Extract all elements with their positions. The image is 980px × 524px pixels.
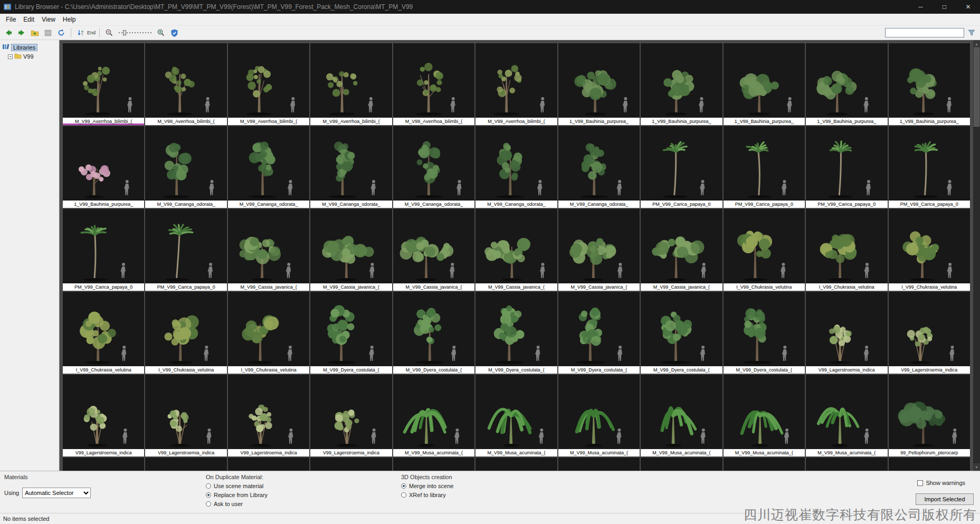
show-warnings-checkbox[interactable] xyxy=(917,480,923,486)
thumbnail-item-partial[interactable] xyxy=(806,458,887,471)
thumbnail-item[interactable]: M_V99_Dyera_costulata_( xyxy=(310,292,392,374)
radio-replace-from-library[interactable]: Replace from Library xyxy=(206,492,268,498)
thumbnail-item[interactable]: M_V99_Averrhoa_bilimbi_( xyxy=(63,43,144,125)
thumbnail-item[interactable]: M_V99_Musa_acuminata_( xyxy=(475,375,557,456)
thumbnail-item[interactable]: V99_Lagerstroemia_indica xyxy=(806,292,887,374)
thumbnail-item[interactable]: M_V99_Cananga_odorata_ xyxy=(393,126,474,208)
sort-button[interactable] xyxy=(75,27,87,39)
thumbnail-item-partial[interactable] xyxy=(558,458,640,471)
tree-expander-icon[interactable]: + xyxy=(8,54,13,59)
thumbnail-item[interactable]: M_V99_Cassia_javanica_( xyxy=(641,209,722,291)
radio-button-icon[interactable] xyxy=(206,483,211,489)
material-selector-dropdown[interactable]: Automatic Selector xyxy=(22,488,91,498)
thumbnail-item[interactable]: M_V99_Dyera_costulata_( xyxy=(641,292,722,374)
vertical-scrollbar[interactable]: ▲ ▼ xyxy=(973,40,980,471)
thumbnail-item[interactable]: M_V99_Musa_acuminata_( xyxy=(558,375,640,456)
thumbnail-item[interactable]: M_V99_Dyera_costulata_( xyxy=(558,292,640,374)
thumbnail-item[interactable]: PM_V99_Carica_papaya_0 xyxy=(889,126,970,208)
slider-thumb[interactable] xyxy=(123,30,126,35)
thumbnail-item-partial[interactable] xyxy=(393,458,474,471)
thumbnail-item[interactable]: I_V99_Chukrasia_velutina xyxy=(806,209,887,291)
thumbnail-item[interactable]: 1_V99_Bauhinia_purpurea_ xyxy=(889,43,970,125)
thumbnail-item[interactable]: PM_V99_Carica_papaya_0 xyxy=(63,209,144,291)
radio-xref-to-library[interactable]: XRef to library xyxy=(401,492,453,498)
show-warnings-option[interactable]: Show warnings xyxy=(917,480,965,486)
radio-merge-into-scene[interactable]: Merge into scene xyxy=(401,483,453,489)
thumbnail-item[interactable]: I_V99_Chukrasia_velutina xyxy=(145,292,226,374)
menu-view[interactable]: View xyxy=(38,15,59,24)
radio-use-scene-material[interactable]: Use scene material xyxy=(206,483,268,489)
library-stack-icon[interactable] xyxy=(42,27,54,39)
thumbnail-item[interactable]: M_V99_Cananga_odorata_ xyxy=(558,126,640,208)
thumbnail-item-partial[interactable] xyxy=(475,458,557,471)
thumbnail-item[interactable]: M_V99_Averrhoa_bilimbi_( xyxy=(228,43,309,125)
thumbnail-item-partial[interactable] xyxy=(228,458,309,471)
thumbnail-item[interactable]: 1_V99_Bauhinia_purpurea_ xyxy=(641,43,722,125)
thumbnail-item[interactable]: M_V99_Dyera_costulata_( xyxy=(393,292,474,374)
thumbnail-item[interactable]: V99_Lagerstroemia_indica xyxy=(63,375,144,456)
thumbnail-size-slider[interactable] xyxy=(119,29,151,36)
menu-file[interactable]: File xyxy=(2,15,20,24)
thumbnail-item[interactable]: M_V99_Dyera_costulata_( xyxy=(475,292,557,374)
thumbnail-item-partial[interactable] xyxy=(310,458,392,471)
thumbnail-item[interactable]: 1_V99_Bauhinia_purpurea_ xyxy=(558,43,640,125)
thumbnail-item[interactable]: M_V99_Cassia_javanica_( xyxy=(228,209,309,291)
scroll-track[interactable] xyxy=(973,47,980,463)
minimize-button[interactable]: ─ xyxy=(909,0,933,14)
thumbnail-item[interactable]: 1_V99_Bauhinia_purpurea_ xyxy=(724,43,805,125)
scroll-up-arrow[interactable]: ▲ xyxy=(973,40,980,47)
thumbnail-item[interactable]: M_V99_Averrhoa_bilimbi_( xyxy=(475,43,557,125)
thumbnail-item[interactable]: V99_Lagerstroemia_indica xyxy=(228,375,309,456)
thumbnail-item[interactable]: M_V99_Dyera_costulata_( xyxy=(724,292,805,374)
search-input[interactable] xyxy=(885,28,964,37)
validate-shield-button[interactable] xyxy=(168,27,180,39)
menu-help[interactable]: Help xyxy=(59,15,80,24)
thumbnail-item[interactable]: V99_Lagerstroemia_indica xyxy=(889,292,970,374)
thumbnail-item[interactable]: M_V99_Cananga_odorata_ xyxy=(228,126,309,208)
back-button[interactable] xyxy=(3,27,14,39)
thumbnail-item[interactable]: M_V99_Averrhoa_bilimbi_( xyxy=(145,43,226,125)
thumbnail-item[interactable]: V99_Lagerstroemia_indica xyxy=(145,375,226,456)
zoom-in-button[interactable] xyxy=(155,27,167,39)
radio-button-icon[interactable] xyxy=(401,483,406,489)
close-button[interactable]: ✕ xyxy=(956,0,980,14)
zoom-out-button[interactable] xyxy=(103,27,115,39)
refresh-button[interactable] xyxy=(55,27,67,39)
thumbnail-item[interactable]: PM_V99_Carica_papaya_0 xyxy=(641,126,722,208)
thumbnail-item[interactable]: M_V99_Averrhoa_bilimbi_( xyxy=(393,43,474,125)
forward-button[interactable] xyxy=(16,27,27,39)
import-selected-button[interactable]: Import Selected xyxy=(916,493,974,505)
thumbnail-item[interactable]: M_V99_Cassia_javanica_( xyxy=(558,209,640,291)
thumbnail-item[interactable]: 99_Peltophorum_pterocarp xyxy=(889,375,970,456)
thumbnail-item[interactable]: M_V99_Musa_acuminata_( xyxy=(806,375,887,456)
thumbnail-item-partial[interactable] xyxy=(641,458,722,471)
thumbnail-item[interactable]: PM_V99_Carica_papaya_0 xyxy=(145,209,226,291)
thumbnail-item[interactable]: I_V99_Chukrasia_velutina xyxy=(63,292,144,374)
radio-button-icon[interactable] xyxy=(401,492,406,498)
thumbnail-item[interactable]: M_V99_Cassia_javanica_( xyxy=(310,209,392,291)
radio-button-icon[interactable] xyxy=(206,492,211,498)
thumbnail-item[interactable]: M_V99_Musa_acuminata_( xyxy=(393,375,474,456)
sidebar-item-libraries[interactable]: Libraries xyxy=(1,43,58,52)
thumbnail-item-partial[interactable] xyxy=(889,458,970,471)
thumbnail-item[interactable]: 1_V99_Bauhinia_purpurea_ xyxy=(806,43,887,125)
thumbnail-item[interactable]: 1_V99_Bauhinia_purpurea_ xyxy=(63,126,144,208)
thumbnail-item[interactable]: V99_Lagerstroemia_indica xyxy=(310,375,392,456)
thumbnail-item[interactable]: M_V99_Cassia_javanica_( xyxy=(475,209,557,291)
thumbnail-item-partial[interactable] xyxy=(724,458,805,471)
maximize-button[interactable]: □ xyxy=(933,0,956,14)
thumbnail-item[interactable]: PM_V99_Carica_papaya_0 xyxy=(806,126,887,208)
thumbnail-item-partial[interactable] xyxy=(63,458,144,471)
radio-button-icon[interactable] xyxy=(206,501,211,507)
thumbnail-item[interactable]: M_V99_Cananga_odorata_ xyxy=(145,126,226,208)
radio-ask-to-user[interactable]: Ask to user xyxy=(206,501,268,507)
thumbnail-item-partial[interactable] xyxy=(145,458,226,471)
thumbnail-item[interactable]: M_V99_Musa_acuminata_( xyxy=(641,375,722,456)
menu-edit[interactable]: Edit xyxy=(20,15,38,24)
scroll-down-arrow[interactable]: ▼ xyxy=(973,463,980,471)
thumbnail-item[interactable]: M_V99_Averrhoa_bilimbi_( xyxy=(310,43,392,125)
thumbnail-item[interactable]: M_V99_Cananga_odorata_ xyxy=(475,126,557,208)
scroll-thumb[interactable] xyxy=(974,47,979,127)
thumbnail-item[interactable]: M_V99_Cassia_javanica_( xyxy=(393,209,474,291)
filter-funnel-icon[interactable] xyxy=(966,27,977,39)
